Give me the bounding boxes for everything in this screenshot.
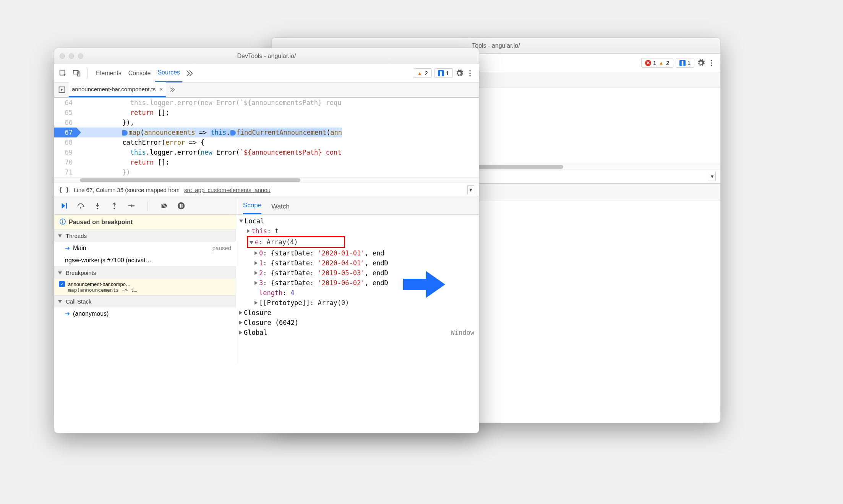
svg-rect-10 [66, 203, 67, 208]
info-badge[interactable]: ❚1 [434, 68, 453, 78]
scope-this[interactable]: this: t [236, 226, 479, 236]
breakpoint-marker[interactable] [230, 130, 236, 136]
scope-global[interactable]: GlobalWindow [236, 328, 479, 338]
array-item[interactable]: 0: {startDate: '2020-01-01', end [236, 248, 479, 258]
checkbox-icon[interactable]: ✓ [59, 281, 65, 287]
h-scrollbar[interactable] [54, 177, 479, 183]
deactivate-bp-icon[interactable] [160, 202, 169, 210]
resume-icon[interactable] [60, 202, 68, 210]
chevron-right-icon[interactable] [185, 69, 193, 78]
svg-point-7 [469, 73, 471, 74]
step-into-icon[interactable] [93, 202, 102, 210]
scope-closure[interactable]: Closure [236, 308, 479, 318]
threads-header[interactable]: Threads [54, 229, 236, 242]
sourcemap-link[interactable]: src_app_custom-elements_annou [184, 187, 271, 193]
scope-local[interactable]: Local [236, 216, 479, 226]
svg-point-15 [178, 202, 185, 209]
warn-count: 2 [666, 60, 669, 66]
svg-point-0 [711, 60, 712, 61]
main-toolbar-front: Elements Console Sources ▲2 ❚1 [54, 64, 479, 82]
step-icon[interactable] [127, 202, 135, 210]
info-count: 1 [687, 60, 691, 66]
svg-point-2 [711, 65, 712, 66]
svg-point-13 [113, 208, 115, 209]
device-icon[interactable] [73, 69, 81, 78]
tab-sources[interactable]: Sources [155, 64, 182, 82]
bp-code: map(announcements => t… [59, 287, 231, 293]
svg-point-8 [469, 75, 471, 76]
error-count: 1 [653, 60, 656, 66]
window-title-front: DevTools - angular.io/ [54, 53, 479, 60]
code-editor-front[interactable]: 64 this.logger.error(new Error(`${announ… [54, 98, 479, 177]
breakpoints-header[interactable]: Breakpoints [54, 267, 236, 279]
svg-rect-16 [180, 204, 181, 207]
warn-count: 2 [425, 70, 428, 76]
file-tabs-front: announcement-bar.component.ts× [54, 82, 479, 98]
svg-point-6 [469, 70, 471, 71]
thread-worker[interactable]: ngsw-worker.js #7100 (activat… [54, 254, 236, 267]
info-count: 1 [446, 70, 449, 76]
status-text: Line 67, Column 35 (source mapped from [74, 187, 180, 193]
pause-exceptions-icon[interactable] [177, 202, 185, 210]
breakpoint-gutter[interactable]: 67 [54, 128, 76, 137]
error-badge[interactable]: ✕1▲2 [641, 58, 673, 68]
scope-closure-6042[interactable]: Closure (6042) [236, 318, 479, 328]
dropdown-icon[interactable]: ▾ [467, 185, 474, 194]
scope-var-highlighted[interactable]: e: Array(4) [236, 236, 479, 248]
more-icon[interactable] [466, 69, 474, 78]
watch-tab[interactable]: Watch [271, 203, 290, 214]
step-out-icon[interactable] [110, 202, 118, 210]
annotation-arrow-icon [401, 267, 447, 302]
devtools-window-front: DevTools - angular.io/ Elements Console … [54, 48, 479, 433]
chevron-right-icon[interactable] [169, 86, 175, 94]
svg-rect-17 [182, 204, 183, 207]
svg-point-11 [80, 207, 81, 208]
svg-point-14 [133, 205, 135, 207]
navigator-toggle-icon[interactable] [58, 86, 66, 94]
titlebar-front: DevTools - angular.io/ [54, 48, 479, 64]
gear-icon[interactable] [697, 59, 705, 67]
info-badge[interactable]: ❚1 [676, 58, 694, 68]
warn-badge[interactable]: ▲2 [413, 68, 431, 78]
scope-tab[interactable]: Scope [243, 202, 261, 214]
gear-icon[interactable] [455, 69, 464, 78]
debugger-controls [54, 197, 236, 215]
step-over-icon[interactable] [76, 202, 85, 210]
inspect-icon[interactable] [59, 69, 67, 78]
array-item[interactable]: 1: {startDate: '2020-04-01', endD [236, 258, 479, 268]
svg-point-1 [711, 62, 712, 64]
bp-file: announcement-bar.compo… [68, 281, 131, 287]
dropdown-icon[interactable]: ▾ [709, 172, 716, 181]
status-bar-front: { } Line 67, Column 35 (source mapped fr… [54, 183, 479, 197]
callstack-frame[interactable]: ➔(anonymous) [54, 307, 236, 320]
tab-elements[interactable]: Elements [94, 64, 124, 82]
breakpoint-item[interactable]: ✓announcement-bar.compo… map(announcemen… [54, 279, 236, 295]
breakpoint-marker[interactable] [122, 130, 128, 136]
tab-console[interactable]: Console [126, 64, 153, 82]
paused-message: ⓘPaused on breakpoint [54, 215, 236, 229]
filetab-label: announcement-bar.component.ts [72, 86, 156, 92]
more-icon[interactable] [707, 59, 716, 67]
thread-main[interactable]: ➔Mainpaused [54, 242, 236, 254]
callstack-header[interactable]: Call Stack [54, 295, 236, 307]
svg-point-12 [97, 208, 98, 209]
close-icon[interactable]: × [159, 86, 163, 92]
filetab-announcement[interactable]: announcement-bar.component.ts× [69, 82, 166, 97]
debugger-sidebar: ⓘPaused on breakpoint Threads ➔Mainpause… [54, 197, 236, 365]
